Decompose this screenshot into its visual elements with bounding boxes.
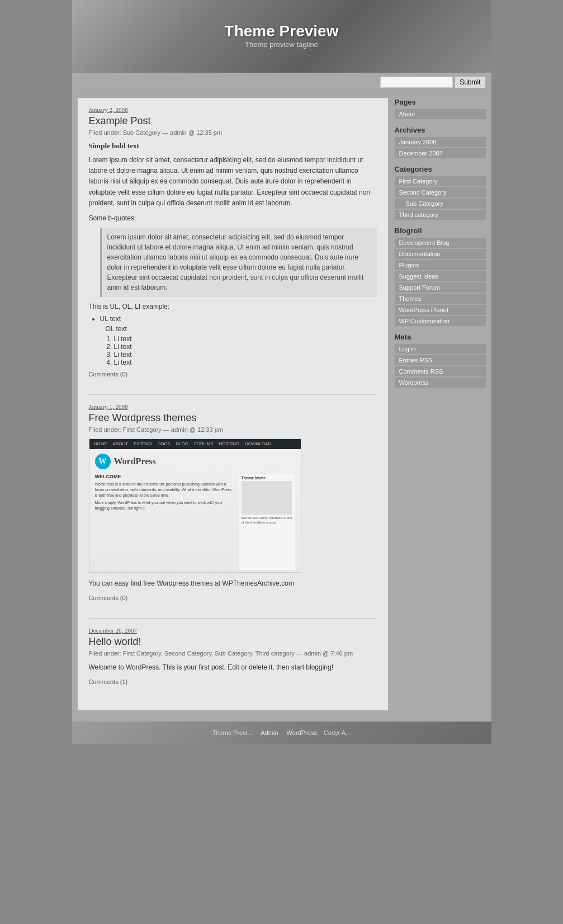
- wp-nav-docs: DOCS: [158, 441, 171, 446]
- sidebar-meta: Meta Log in Entries RSS Comments RSS Wor…: [395, 333, 486, 388]
- wp-nav-download: DOWNLOAD: [245, 441, 271, 446]
- sidebar-cat-first[interactable]: First Category: [395, 176, 486, 186]
- footer-powered: · Codyr A...: [320, 729, 351, 736]
- post-1-blockquote: Lorem ipsum dolor sit amet, consectetur …: [100, 228, 377, 297]
- sidebar-meta-entries[interactable]: Entries RSS: [395, 355, 486, 365]
- post-2-date[interactable]: January 1, 2008: [89, 403, 377, 410]
- sidebar-blogroll-suggest[interactable]: Suggest Ideas: [395, 271, 486, 281]
- post-3: December 26, 2007 Hello world! Filed und…: [89, 627, 377, 691]
- sidebar-blogroll-devblog[interactable]: Development Blog: [395, 238, 486, 248]
- post-3-meta: Filed under: First Category, Second Cate…: [89, 650, 377, 657]
- site-tagline: Theme preview tagline: [72, 40, 491, 49]
- sidebar-archive-dec2007[interactable]: December 2007: [395, 148, 486, 158]
- sidebar-blogroll-docs[interactable]: Documentation: [395, 249, 486, 259]
- sidebar-page-about[interactable]: About: [395, 109, 486, 119]
- post-2-title: Free Wordpress themes: [89, 412, 377, 424]
- wp-content-area: WELCOME WordPress is a state-of-the-art …: [89, 472, 301, 572]
- post-1-title: Example Post: [89, 115, 377, 127]
- sidebar-categories-title: Categories: [395, 165, 486, 173]
- sidebar-categories: Categories First Category Second Categor…: [395, 165, 486, 220]
- sidebar-blogroll-support[interactable]: Support Forum: [395, 282, 486, 293]
- search-button[interactable]: Search: [455, 76, 485, 88]
- li-item-2: Li text: [114, 343, 377, 351]
- sidebar-archive-jan2008[interactable]: January 2008: [395, 137, 486, 147]
- wp-nav-home: HOME: [94, 441, 107, 446]
- search-bar: Search: [72, 73, 491, 92]
- post-3-title: Hello world!: [89, 636, 377, 648]
- sidebar-archives-title: Archives: [395, 126, 486, 134]
- sidebar-cat-second[interactable]: Second Category: [395, 187, 486, 197]
- sidebar-archives: Archives January 2008 December 2007: [395, 126, 486, 158]
- sidebar: Pages About Archives January 2008 Decemb…: [388, 98, 486, 710]
- wp-nav-extend: EXTEND: [134, 441, 152, 446]
- sidebar-meta-login[interactable]: Log in: [395, 344, 486, 354]
- wp-logo-area: W WordPress: [89, 449, 301, 472]
- site-footer: Theme Previ... · Admin · WordPress · Cod…: [72, 722, 491, 744]
- footer-sep-1: ·: [256, 729, 257, 736]
- sidebar-meta-comments[interactable]: Comments RSS: [395, 366, 486, 376]
- sidebar-blogroll-wpcustom[interactable]: WP Customization: [395, 316, 486, 326]
- ol-item: OL text: [106, 325, 377, 333]
- post-1-comments[interactable]: Comments (0): [89, 371, 377, 378]
- wp-nav-blog: BLOG: [176, 441, 188, 446]
- footer-site-link[interactable]: Theme Previ...: [212, 729, 253, 736]
- sidebar-blogroll-title: Blogroll: [395, 227, 486, 235]
- wp-nav-forums: FORUMS: [194, 441, 214, 446]
- post-1: January 2, 2008 Example Post Filed under…: [89, 106, 377, 383]
- wp-nav-hosting: HOSTING: [219, 441, 239, 446]
- site-title: Theme Preview: [72, 22, 491, 40]
- footer-wp-link[interactable]: WordPress: [287, 729, 317, 736]
- sidebar-pages: Pages About: [395, 98, 486, 119]
- sidebar-cat-sub[interactable]: Sub Category: [395, 199, 486, 209]
- li-item-3: Li text: [114, 351, 377, 359]
- header-content: Theme Preview Theme preview tagline: [72, 0, 491, 49]
- post-1-body: Lorem ipsum dolor sit amet, consectetur …: [89, 155, 377, 209]
- wp-nav-bar: HOME ABOUT EXTEND DOCS BLOG FORUMS HOSTI…: [89, 439, 301, 449]
- post-2-body: You can easy find free Wordpress themes …: [89, 578, 377, 589]
- post-2-meta: Filed under: First Category — admin @ 12…: [89, 426, 377, 433]
- post-3-body: Welcome to WordPress. This is your first…: [89, 662, 377, 673]
- li-item-1: Li text: [114, 335, 377, 343]
- post-1-list-label: This is UL, OL, LI example:: [89, 303, 377, 310]
- post-1-date[interactable]: January 2, 2008: [89, 106, 377, 113]
- post-1-bold: Simple bold text: [89, 142, 377, 150]
- wp-right-content: Theme Name WordPress' admin interface is…: [239, 474, 295, 570]
- wp-logo-icon: W: [95, 454, 111, 469]
- post-1-meta: Filed under: Sub Category — admin @ 12:3…: [89, 129, 377, 136]
- post-2: January 1, 2008 Free Wordpress themes Fi…: [89, 403, 377, 607]
- site-header: Theme Preview Theme preview tagline: [72, 0, 491, 73]
- post-divider-1: [89, 394, 377, 395]
- footer-sep-2: ·: [282, 729, 283, 736]
- post-3-comments[interactable]: Comments (1): [89, 678, 377, 685]
- footer-admin-link[interactable]: Admin: [261, 729, 278, 736]
- wp-logo-text: WordPress: [114, 456, 156, 466]
- sidebar-blogroll-plugins[interactable]: Plugins: [395, 260, 486, 270]
- sidebar-meta-wordpress[interactable]: Wordpress: [395, 378, 486, 388]
- sidebar-blogroll: Blogroll Development Blog Documentation …: [395, 227, 486, 326]
- li-item-4: Li text: [114, 359, 377, 366]
- sidebar-meta-title: Meta: [395, 333, 486, 341]
- post-divider-2: [89, 618, 377, 619]
- sidebar-blogroll-themes[interactable]: Themes: [395, 294, 486, 304]
- content-area: January 2, 2008 Example Post Filed under…: [72, 98, 491, 710]
- ul-item: UL text: [100, 315, 377, 323]
- footer-content: Theme Previ... · Admin · WordPress · Cod…: [212, 729, 351, 736]
- wp-left-content: WELCOME WordPress is a state-of-the-art …: [95, 474, 235, 570]
- main-content: January 2, 2008 Example Post Filed under…: [78, 98, 388, 710]
- sidebar-pages-title: Pages: [395, 98, 486, 106]
- page-wrapper: January 2, 2008 Example Post Filed under…: [72, 92, 491, 722]
- post-3-date[interactable]: December 26, 2007: [89, 627, 377, 634]
- post-1-list: UL text OL text Li text Li text Li text …: [89, 315, 377, 366]
- wp-screenshot: HOME ABOUT EXTEND DOCS BLOG FORUMS HOSTI…: [89, 439, 301, 572]
- post-1-bquote-label: Some b-quotes:: [89, 214, 377, 222]
- wp-nav-about: ABOUT: [113, 441, 129, 446]
- sidebar-cat-third[interactable]: Third category: [395, 210, 486, 220]
- search-input[interactable]: [380, 77, 453, 88]
- post-2-image: HOME ABOUT EXTEND DOCS BLOG FORUMS HOSTI…: [89, 439, 301, 573]
- sidebar-blogroll-wpplanet[interactable]: WordPress Planet: [395, 305, 486, 315]
- post-2-comments[interactable]: Comments (0): [89, 595, 377, 601]
